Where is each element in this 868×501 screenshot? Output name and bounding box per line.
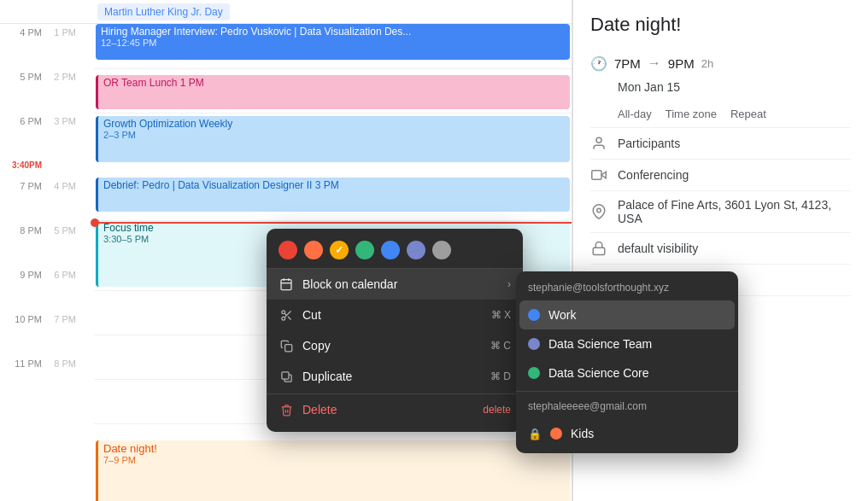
svg-line-12 xyxy=(288,317,290,319)
menu-delete-label: Delete xyxy=(302,403,337,417)
participants-row[interactable]: Participants xyxy=(590,128,851,160)
submenu-item-ds-team[interactable]: Data Science Team xyxy=(516,329,738,358)
sub-7pm: 7 PM xyxy=(47,314,81,324)
submenu-work-label: Work xyxy=(548,308,576,322)
ds-team-dot xyxy=(528,338,540,350)
event-date: Mon Jan 15 xyxy=(590,80,851,101)
sub-1pm: 1 PM xyxy=(47,27,81,38)
participants-icon xyxy=(590,135,607,152)
svg-point-10 xyxy=(281,317,284,320)
time-340: 3:40PM xyxy=(0,160,47,170)
submenu-email-2: stephaleeeee@gmail.com xyxy=(516,395,738,419)
event-hiring[interactable]: Hiring Manager Interview: Pedro Vuskovic… xyxy=(96,24,570,60)
cut-shortcut: ⌘ X xyxy=(491,309,511,321)
menu-delete[interactable]: Delete delete xyxy=(267,393,523,425)
sub-6pm: 6 PM xyxy=(47,270,81,280)
color-graphite[interactable] xyxy=(432,241,451,259)
conferencing-row[interactable]: Conferencing xyxy=(590,160,851,191)
visibility-row[interactable]: default visibility xyxy=(590,233,851,265)
lock-icon: 🔒 xyxy=(528,428,542,440)
detail-options-row: All-day Time zone Repeat xyxy=(590,101,851,128)
svg-rect-4 xyxy=(593,248,605,254)
delete-icon xyxy=(279,402,294,417)
menu-block-calendar[interactable]: Block on calendar › xyxy=(267,269,523,300)
sub-4pm: 4 PM xyxy=(47,181,81,191)
menu-cut[interactable]: Cut ⌘ X xyxy=(267,300,523,330)
clock-icon: 🕐 xyxy=(590,55,607,72)
submenu-item-ds-core[interactable]: Data Science Core xyxy=(516,358,738,387)
color-peacock[interactable] xyxy=(381,241,400,259)
location-text: Palace of Fine Arts, 3601 Lyon St, 4123,… xyxy=(618,198,851,225)
time-end: 9PM xyxy=(668,56,695,71)
time-8pm: 8 PM xyxy=(0,225,47,236)
conferencing-label: Conferencing xyxy=(618,168,689,182)
event-lunch[interactable]: OR Team Lunch 1 PM xyxy=(96,75,570,109)
svg-rect-2 xyxy=(592,171,601,180)
menu-copy[interactable]: Copy ⌘ C xyxy=(267,330,523,361)
kids-dot xyxy=(550,428,562,440)
time-6pm: 6 PM xyxy=(0,116,47,126)
time-7pm: 7 PM xyxy=(0,181,47,191)
location-icon xyxy=(590,203,607,220)
color-flamingo[interactable] xyxy=(304,241,323,259)
duplicate-icon xyxy=(279,369,294,384)
svg-point-3 xyxy=(597,208,601,213)
allday-option[interactable]: All-day xyxy=(618,108,652,120)
sub-8pm: 8 PM xyxy=(47,358,81,369)
svg-rect-15 xyxy=(281,371,288,378)
block-calendar-icon xyxy=(279,277,294,292)
svg-line-13 xyxy=(284,313,286,315)
color-blueberry[interactable] xyxy=(407,241,425,259)
video-icon xyxy=(590,166,607,184)
work-dot xyxy=(528,309,540,321)
color-sage[interactable] xyxy=(355,241,374,259)
color-selector-row xyxy=(267,236,523,269)
time-11pm: 11 PM xyxy=(0,358,47,369)
time-9pm: 9 PM xyxy=(0,270,47,280)
menu-duplicate-label: Duplicate xyxy=(302,370,352,383)
svg-point-9 xyxy=(281,310,284,313)
submenu-email-1: stephanie@toolsforthought.xyz xyxy=(516,277,738,300)
sub-5pm: 5 PM xyxy=(47,225,81,236)
visibility-text: default visibility xyxy=(618,242,698,255)
submenu-item-work[interactable]: Work xyxy=(519,300,735,329)
copy-icon xyxy=(279,338,294,353)
allday-event[interactable]: Martin Luther King Jr. Day xyxy=(97,3,230,20)
color-banana[interactable] xyxy=(330,241,349,259)
visibility-icon xyxy=(590,240,607,257)
svg-point-0 xyxy=(596,137,601,143)
block-calendar-arrow: › xyxy=(507,278,511,290)
event-detail-title: Date night! xyxy=(590,14,851,36)
time-duration: 2h xyxy=(701,57,713,70)
location-row[interactable]: Palace of Fine Arts, 3601 Lyon St, 4123,… xyxy=(590,191,851,233)
time-arrow: → xyxy=(648,55,661,71)
svg-rect-5 xyxy=(281,280,291,290)
sub-2pm: 2 PM xyxy=(47,72,81,82)
menu-duplicate[interactable]: Duplicate ⌘ D xyxy=(267,361,523,392)
block-calendar-submenu: stephanie@toolsforthought.xyz Work Data … xyxy=(516,271,738,453)
menu-block-calendar-label: Block on calendar xyxy=(302,277,397,291)
time-start: 7PM xyxy=(614,56,641,71)
event-time-row: 🕐 7PM → 9PM 2h xyxy=(590,46,851,80)
participants-label: Participants xyxy=(618,137,680,150)
ds-core-dot xyxy=(528,367,540,379)
time-5pm: 5 PM xyxy=(0,72,47,82)
repeat-option[interactable]: Repeat xyxy=(730,108,766,120)
color-tomato[interactable] xyxy=(279,241,297,259)
event-date-night[interactable]: Date night! 7–9 PM xyxy=(96,440,570,501)
context-menu: Block on calendar › Cut ⌘ X xyxy=(267,229,523,432)
time-4pm: 4 PM xyxy=(0,27,47,38)
menu-cut-label: Cut xyxy=(302,308,321,322)
timezone-option[interactable]: Time zone xyxy=(666,108,717,120)
event-debrief[interactable]: Debrief: Pedro | Data Visualization Desi… xyxy=(96,178,570,212)
event-growth[interactable]: Growth Optimization Weekly 2–3 PM xyxy=(96,116,570,162)
submenu-kids-label: Kids xyxy=(571,427,594,440)
submenu-item-kids[interactable]: 🔒 Kids xyxy=(516,419,738,448)
duplicate-shortcut: ⌘ D xyxy=(490,370,511,382)
menu-copy-label: Copy xyxy=(302,339,331,352)
cut-icon xyxy=(279,307,294,323)
delete-shortcut: delete xyxy=(483,404,511,416)
svg-marker-1 xyxy=(601,172,606,178)
svg-rect-14 xyxy=(284,344,291,351)
submenu-ds-team-label: Data Science Team xyxy=(548,337,652,351)
